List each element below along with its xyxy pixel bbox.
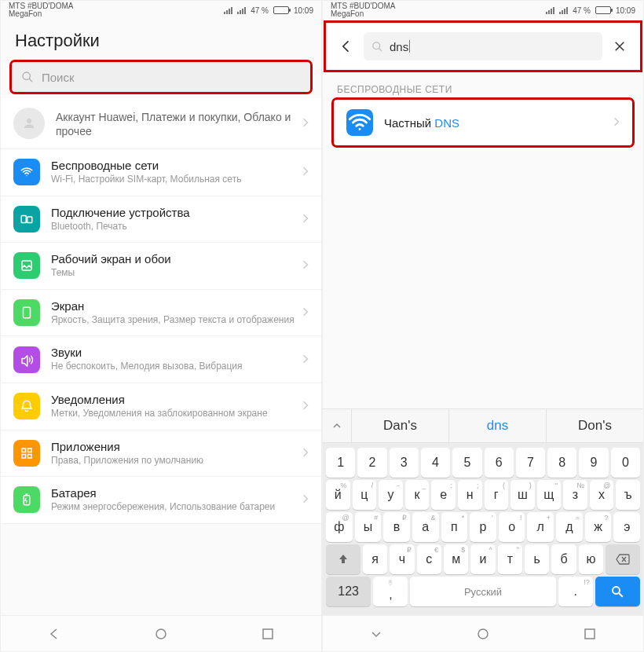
key-й[interactable]: %й <box>326 480 350 510</box>
svg-rect-10 <box>28 454 32 458</box>
key-ъ[interactable]: ъ <box>616 480 640 510</box>
spacebar-key[interactable]: Русский <box>410 577 555 606</box>
mode-key[interactable]: 123 <box>326 577 371 606</box>
row-sub: Не беспокоить, Мелодия вызова, Вибрация <box>51 361 302 373</box>
key-о[interactable]: !о <box>499 512 525 542</box>
svg-rect-3 <box>21 215 26 222</box>
svg-rect-5 <box>22 261 31 270</box>
settings-row-4[interactable]: Звуки Не беспокоить, Мелодия вызова, Виб… <box>1 336 321 383</box>
key-4[interactable]: 4 <box>421 448 450 478</box>
key-7[interactable]: 7 <box>516 448 545 478</box>
nav-home-button[interactable] <box>155 628 167 640</box>
key-ю[interactable]: ю <box>579 544 603 574</box>
battery-pct: 47 % <box>573 6 591 15</box>
key-д[interactable]: =д <box>556 512 583 542</box>
search-input[interactable]: Поиск <box>12 62 310 92</box>
settings-row-0[interactable]: Беспроводные сети Wi-Fi, Настройки SIM-к… <box>1 149 321 196</box>
key-я[interactable]: я <box>363 544 387 574</box>
period-key[interactable]: !?. <box>558 577 593 606</box>
row-sub: Режим энергосбережения, Использование ба… <box>51 501 302 514</box>
bell-icon <box>13 393 40 419</box>
signal-icon-2 <box>237 6 246 14</box>
key-ц[interactable]: /ц <box>353 480 377 510</box>
nav-hide-kbd-button[interactable] <box>370 628 382 640</box>
search-key[interactable] <box>595 577 640 606</box>
svg-point-18 <box>613 587 620 594</box>
key-с[interactable]: €с <box>417 544 441 574</box>
nav-recent-button[interactable] <box>584 628 596 640</box>
suggestion-2[interactable]: dns <box>448 409 546 442</box>
key-л[interactable]: +л <box>527 512 554 542</box>
nav-bar <box>1 615 321 651</box>
key-6[interactable]: 6 <box>485 448 514 478</box>
key-н[interactable]: ;н <box>458 480 482 510</box>
key-а[interactable]: &а <box>412 512 439 542</box>
key-г[interactable]: (г <box>485 480 509 510</box>
row-title: Звуки <box>51 346 302 359</box>
key-т[interactable]: °т <box>498 544 522 574</box>
svg-line-19 <box>620 593 624 597</box>
nav-home-button[interactable] <box>477 628 489 640</box>
key-2[interactable]: 2 <box>357 448 386 478</box>
settings-row-5[interactable]: Уведомления Метки, Уведомления на заблок… <box>1 383 321 430</box>
row-title: Уведомления <box>51 393 302 406</box>
key-в[interactable]: ₽в <box>383 512 410 542</box>
back-button[interactable] <box>337 37 356 56</box>
search-input[interactable]: dns <box>364 32 602 60</box>
suggestion-bar: Dan's dns Don's <box>323 408 643 443</box>
key-1[interactable]: 1 <box>326 448 355 478</box>
key-и[interactable]: ^и <box>470 544 495 574</box>
settings-row-1[interactable]: Подключение устройства Bluetooth, Печать <box>1 196 321 244</box>
row-sub: Темы <box>51 267 302 280</box>
key-м[interactable]: $м <box>444 544 468 574</box>
account-row[interactable]: Аккаунт Huawei, Платежи и покупки, Облак… <box>1 98 321 149</box>
page-title: Настройки <box>1 20 321 59</box>
nav-back-button[interactable] <box>48 628 60 640</box>
carrier-2: MegaFon <box>331 10 395 18</box>
key-5[interactable]: 5 <box>452 448 481 478</box>
key-з[interactable]: №з <box>563 480 587 510</box>
comma-key[interactable]: , <box>373 577 408 606</box>
row-title: Батарея <box>51 486 302 500</box>
key-ж[interactable]: ?ж <box>585 512 612 542</box>
key-ь[interactable]: ь <box>525 544 549 574</box>
key-ы[interactable]: #ы <box>355 512 382 542</box>
svg-rect-6 <box>24 307 31 318</box>
key-0[interactable]: 0 <box>611 448 640 478</box>
suggestion-3[interactable]: Don's <box>546 409 643 442</box>
settings-row-2[interactable]: Рабочий экран и обои Темы <box>1 243 321 290</box>
settings-row-7[interactable]: Батарея Режим энергосбережения, Использо… <box>1 477 321 524</box>
suggestion-1[interactable]: Dan's <box>351 409 448 442</box>
key-б[interactable]: б <box>551 544 576 574</box>
key-е[interactable]: :е <box>431 480 456 510</box>
key-ш[interactable]: )ш <box>510 480 535 510</box>
battery-pct: 47 % <box>251 6 269 15</box>
svg-point-20 <box>478 629 488 639</box>
key-к[interactable]: _к <box>405 480 430 510</box>
nav-recent-button[interactable] <box>262 628 274 640</box>
shift-key[interactable] <box>326 544 360 574</box>
key-у[interactable]: -у <box>379 480 403 510</box>
battery-icon <box>273 6 289 14</box>
key-3[interactable]: 3 <box>390 448 419 478</box>
section-header: БЕСПРОВОДНЫЕ СЕТИ <box>323 73 643 100</box>
key-п[interactable]: *п <box>441 512 468 542</box>
key-э[interactable]: э <box>613 512 640 542</box>
chevron-right-icon <box>613 115 620 130</box>
search-icon <box>21 71 34 83</box>
key-9[interactable]: 9 <box>579 448 608 478</box>
chevron-right-icon <box>302 212 309 226</box>
result-private-dns[interactable]: Частный DNS <box>334 100 632 145</box>
settings-row-3[interactable]: Экран Яркость, Защита зрения, Размер тек… <box>1 290 321 337</box>
key-8[interactable]: 8 <box>547 448 576 478</box>
key-х[interactable]: @х <box>590 480 614 510</box>
clear-button[interactable] <box>610 37 629 56</box>
key-щ[interactable]: "щ <box>537 480 562 510</box>
backspace-key[interactable] <box>606 544 640 574</box>
expand-suggestions-button[interactable] <box>323 421 351 430</box>
settings-row-6[interactable]: Приложения Права, Приложения по умолчани… <box>1 430 321 478</box>
key-ч[interactable]: ₽ч <box>390 544 414 574</box>
key-р[interactable]: 'р <box>470 512 496 542</box>
result-label: Частный DNS <box>384 116 613 130</box>
key-ф[interactable]: @ф <box>326 512 353 542</box>
